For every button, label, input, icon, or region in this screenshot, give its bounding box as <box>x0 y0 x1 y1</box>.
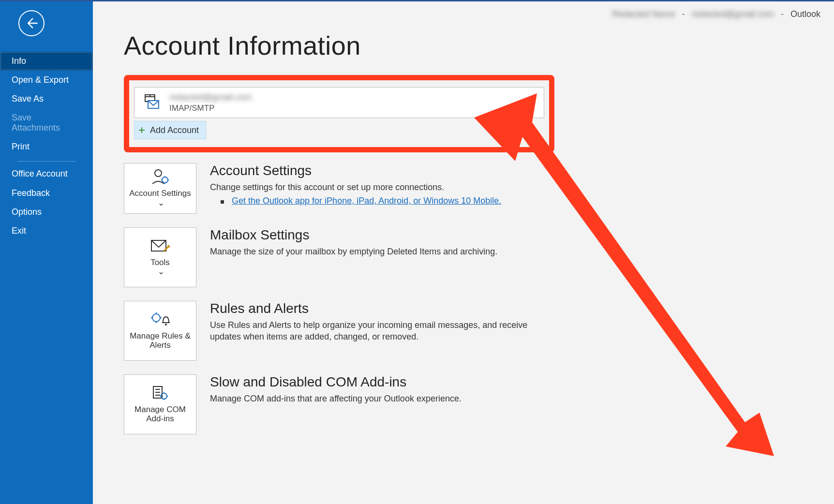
sidebar-nav-lower: Office Account Feedback Options Exit <box>0 164 93 240</box>
account-dropdown[interactable]: redacted@gmail.com IMAP/SMTP <box>134 87 544 118</box>
back-button[interactable] <box>18 10 45 36</box>
annotation-highlight-box: redacted@gmail.com IMAP/SMTP + Add Accou… <box>124 75 554 152</box>
sidebar-item-open-export[interactable]: Open & Export <box>0 71 93 89</box>
sidebar-item-save-as[interactable]: Save As <box>0 89 93 108</box>
account-settings-tile-label: Account Settings <box>129 189 191 198</box>
sidebar-item-feedback[interactable]: Feedback <box>0 184 93 203</box>
com-addins-heading: Slow and Disabled COM Add-ins <box>210 374 529 390</box>
account-type: IMAP/SMTP <box>169 104 252 113</box>
account-settings-tile[interactable]: Account Settings⌄ <box>124 163 196 214</box>
arrow-left-icon <box>25 16 38 30</box>
sidebar-nav: Info Open & Export Save As Save Attachme… <box>0 52 93 156</box>
sidebar-item-save-attachments: Save Attachments <box>0 108 93 137</box>
rules-alerts-tile[interactable]: Manage Rules & Alerts <box>124 301 196 361</box>
bullet-icon <box>221 200 224 204</box>
mailbox-tools-icon <box>149 237 171 254</box>
plus-icon: + <box>138 124 145 136</box>
svg-point-5 <box>162 177 168 183</box>
svg-point-11 <box>152 314 160 322</box>
com-addins-tile[interactable]: Manage COM Add-ins <box>124 374 196 434</box>
section-mailbox-settings: Tools⌄ Mailbox Settings Manage the size … <box>124 227 811 287</box>
com-addins-desc: Manage COM add-ins that are affecting yo… <box>210 393 529 404</box>
sidebar-item-info[interactable]: Info <box>0 52 93 71</box>
chevron-down-icon <box>529 101 535 104</box>
svg-point-17 <box>165 324 167 326</box>
get-outlook-app-link[interactable]: Get the Outlook app for iPhone, iPad, An… <box>232 196 501 206</box>
com-addins-tile-label: Manage COM Add-ins <box>128 405 192 424</box>
section-rules-alerts: Manage Rules & Alerts Rules and Alerts U… <box>124 301 811 361</box>
add-account-label: Add Account <box>150 125 199 135</box>
main-content: Account Information redacted@gmail.com I… <box>93 1 834 504</box>
mailbox-icon <box>143 94 161 111</box>
account-settings-heading: Account Settings <box>210 163 529 178</box>
sidebar-item-office-account[interactable]: Office Account <box>0 164 93 184</box>
svg-point-4 <box>155 170 162 177</box>
chevron-down-icon: ⌄ <box>158 198 164 208</box>
account-settings-desc: Change settings for this account or set … <box>210 181 529 193</box>
section-account-settings: Account Settings⌄ Account Settings Chang… <box>124 163 811 214</box>
account-settings-icon <box>150 168 170 185</box>
rules-alerts-heading: Rules and Alerts <box>210 301 529 316</box>
account-email: redacted@gmail.com <box>169 92 252 103</box>
section-com-addins: Manage COM Add-ins Slow and Disabled COM… <box>124 374 811 434</box>
sidebar-item-exit[interactable]: Exit <box>0 222 93 240</box>
chevron-down-icon: ⌄ <box>158 267 164 277</box>
backstage-sidebar: Info Open & Export Save As Save Attachme… <box>0 1 93 504</box>
add-account-button[interactable]: + Add Account <box>134 121 206 139</box>
rules-alerts-icon <box>149 311 171 327</box>
page-title: Account Information <box>124 30 811 60</box>
sidebar-item-options[interactable]: Options <box>0 203 93 222</box>
mailbox-settings-heading: Mailbox Settings <box>210 227 529 243</box>
rules-alerts-desc: Use Rules and Alerts to help organize yo… <box>210 319 529 343</box>
rules-alerts-tile-label: Manage Rules & Alerts <box>128 331 192 350</box>
sidebar-item-print[interactable]: Print <box>0 137 93 156</box>
tools-tile[interactable]: Tools⌄ <box>124 227 196 287</box>
sidebar-separator <box>17 161 75 162</box>
tools-tile-label: Tools <box>150 258 170 267</box>
mailbox-settings-desc: Manage the size of your mailbox by empty… <box>210 246 529 257</box>
com-addins-icon <box>150 385 170 401</box>
